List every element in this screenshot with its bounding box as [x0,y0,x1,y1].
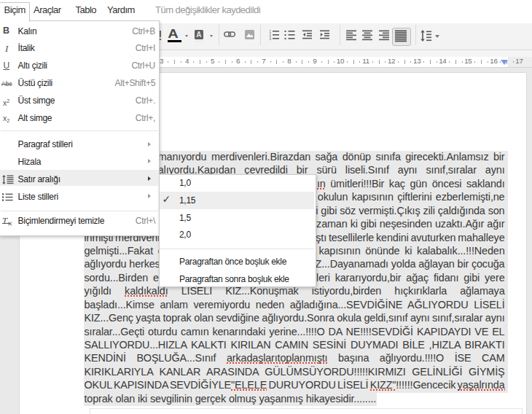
svg-text:3: 3 [270,37,272,40]
